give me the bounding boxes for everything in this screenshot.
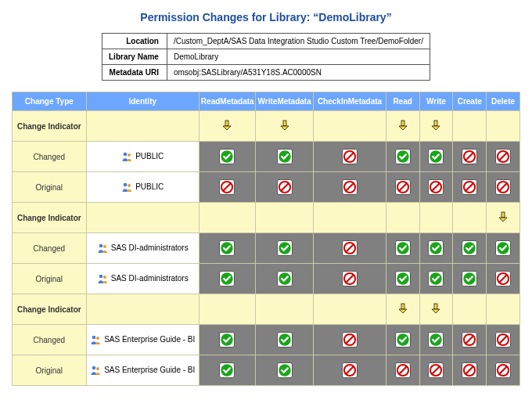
permission-cell xyxy=(453,355,487,386)
allow-icon xyxy=(395,149,411,164)
indicator-cell xyxy=(255,203,313,233)
indicator-cell xyxy=(419,294,453,325)
permission-cell xyxy=(255,233,313,264)
indicator-cell xyxy=(314,111,386,142)
indicator-cell xyxy=(453,203,487,233)
permission-cell xyxy=(386,172,419,203)
table-row: ChangedSAS DI-administrators xyxy=(13,233,520,264)
deny-icon xyxy=(462,179,477,195)
row-label-changed: Changed xyxy=(13,325,87,355)
identity-empty xyxy=(86,294,199,325)
indicator-cell xyxy=(453,111,487,142)
permission-cell xyxy=(314,142,386,172)
group-icon xyxy=(121,151,132,162)
permission-cell xyxy=(314,233,386,264)
permission-cell xyxy=(386,264,419,294)
allow-icon xyxy=(277,149,293,164)
permission-cell xyxy=(487,264,520,294)
indicator-cell xyxy=(419,111,453,142)
permission-cell xyxy=(419,325,453,355)
indicator-cell xyxy=(199,111,255,142)
identity-name: SAS DI-administrators xyxy=(111,243,189,252)
table-row: ChangedSAS Enterprise Guide - BI xyxy=(13,325,520,355)
header-readmetadata: ReadMetadata xyxy=(199,92,255,111)
library-name-value: DemoLibrary xyxy=(167,49,430,65)
permission-cell xyxy=(487,325,520,355)
header-read: Read xyxy=(386,92,419,111)
change-arrow-icon xyxy=(498,212,509,225)
permission-cell xyxy=(386,142,419,172)
permission-cell xyxy=(314,264,386,294)
permission-cell xyxy=(419,172,453,203)
permission-cell xyxy=(199,233,255,264)
metadata-uri-label: Metadata URI xyxy=(102,65,167,81)
deny-icon xyxy=(395,362,411,378)
deny-icon xyxy=(462,362,477,378)
change-arrow-icon xyxy=(279,121,290,133)
deny-icon xyxy=(395,179,411,195)
permission-cell xyxy=(419,355,453,386)
row-label-indicator: Change Indicator xyxy=(13,111,87,142)
location-value: /Custom_DeptA/SAS Data Integration Studi… xyxy=(167,34,430,49)
identity-cell: PUBLIC xyxy=(86,142,199,172)
permission-cell xyxy=(487,233,520,264)
permission-cell xyxy=(453,142,487,172)
identity-name: PUBLIC xyxy=(135,152,164,160)
table-row: ChangedPUBLIC xyxy=(13,142,520,172)
header-create: Create xyxy=(453,92,487,111)
deny-icon xyxy=(342,332,358,348)
allow-icon xyxy=(462,240,477,256)
deny-icon xyxy=(495,179,511,195)
allow-icon xyxy=(428,240,444,256)
permission-cell xyxy=(255,325,313,355)
permission-cell xyxy=(419,264,453,294)
permission-cell xyxy=(255,264,313,294)
deny-icon xyxy=(462,332,477,348)
header-change-type: Change Type xyxy=(13,92,87,111)
deny-icon xyxy=(342,240,358,256)
allow-icon xyxy=(219,240,235,256)
allow-icon xyxy=(428,149,444,164)
metadata-uri-value: omsobj:SASLibrary/A531Y18S.AC0000SN xyxy=(167,65,430,81)
group-icon xyxy=(97,273,108,284)
indicator-cell xyxy=(487,203,520,233)
permission-cell xyxy=(199,264,255,294)
indicator-cell xyxy=(314,294,386,325)
header-identity: Identity xyxy=(86,92,199,111)
table-row: OriginalSAS DI-administrators xyxy=(13,264,520,294)
deny-icon xyxy=(495,332,511,348)
deny-icon xyxy=(495,362,511,378)
indicator-cell xyxy=(386,111,419,142)
permission-cell xyxy=(255,355,313,386)
permission-cell xyxy=(419,233,453,264)
permission-cell xyxy=(487,355,520,386)
location-label: Location xyxy=(102,34,167,49)
permission-cell xyxy=(487,142,520,172)
identity-name: SAS DI-administrators xyxy=(111,274,189,283)
table-row: OriginalSAS Enterprise Guide - BI xyxy=(13,355,520,386)
permission-cell xyxy=(386,325,419,355)
group-icon xyxy=(90,365,101,376)
permission-cell xyxy=(314,172,386,203)
deny-icon xyxy=(342,362,358,378)
permission-cell xyxy=(199,142,255,172)
identity-cell: SAS Enterprise Guide - BI xyxy=(86,325,199,355)
deny-icon xyxy=(428,179,444,195)
allow-icon xyxy=(277,240,293,256)
allow-icon xyxy=(395,240,411,256)
permission-cell xyxy=(453,172,487,203)
header-write: Write xyxy=(419,92,453,111)
allow-icon xyxy=(277,332,293,348)
permission-cell xyxy=(487,172,520,203)
permissions-table: Change Type Identity ReadMetadata WriteM… xyxy=(12,92,520,386)
permission-cell xyxy=(453,325,487,355)
row-label-original: Original xyxy=(13,355,87,386)
change-arrow-icon xyxy=(221,121,232,133)
permission-cell xyxy=(199,355,255,386)
change-arrow-icon xyxy=(430,121,441,133)
change-arrow-icon xyxy=(397,121,408,133)
indicator-cell xyxy=(314,203,386,233)
indicator-cell xyxy=(386,203,419,233)
allow-icon xyxy=(462,271,477,286)
permission-cell xyxy=(386,355,419,386)
